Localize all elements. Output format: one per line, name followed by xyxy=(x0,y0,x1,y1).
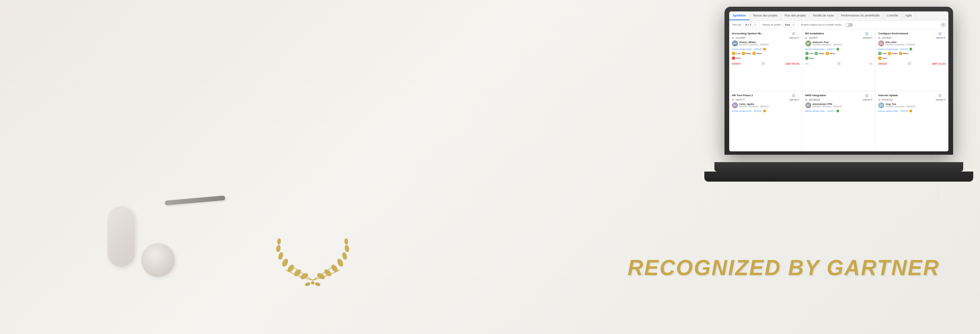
user-last-login-0: Dernière connexion : 25/04/18 xyxy=(739,43,768,46)
project-chat-icon-0[interactable]: 💬 xyxy=(792,32,796,35)
project-title-1: BO Installation xyxy=(805,32,865,35)
tab-controle[interactable]: Contrôle xyxy=(883,11,902,20)
project-more-icon-5[interactable]: ⋮ xyxy=(943,94,946,97)
no-report-label: Projets n'ayant aucun compte-rendu: xyxy=(801,23,842,26)
project-card-4[interactable]: HRIS Integration 💬 ⋮ Id : JB2GBUEA Inter… xyxy=(802,91,875,151)
user-info-4: Administrator PPM Dernière connexion : 0… xyxy=(813,103,842,108)
svg-point-11 xyxy=(342,252,347,260)
kpi-perim-label-1: Périm... xyxy=(830,52,837,54)
search-icon[interactable] xyxy=(941,22,946,27)
tab-flux-projets[interactable]: Flux des projets xyxy=(781,11,810,20)
user-avatar-1: AP xyxy=(805,40,811,46)
project-id-label-4: Id : JB2GBUEA xyxy=(805,99,820,101)
kpi-tend-icon-2: → xyxy=(878,57,881,60)
kpi-perim-icon-2: P xyxy=(899,52,902,55)
project-more-icon-4[interactable]: ⋮ xyxy=(870,94,872,97)
svg-point-9 xyxy=(330,264,339,273)
project-more-icon-1[interactable]: ⋮ xyxy=(870,32,872,35)
nature-label: Nature du projet : xyxy=(762,23,782,26)
project-chat-icon-2[interactable]: 💬 xyxy=(938,32,942,35)
toolbar-divider-1 xyxy=(759,22,760,27)
kpi-tend-1: → Tend... xyxy=(805,57,815,60)
project-chat-icon-5[interactable]: 💬 xyxy=(938,94,942,97)
report-date-1: 04/12/17 xyxy=(827,48,835,50)
project-chat-icon-3[interactable]: 💬 xyxy=(792,94,796,97)
kpi-cost-1: C Coût xyxy=(805,52,814,55)
project-cat-0: Internal IT xyxy=(789,37,799,39)
project-empty-kpis-3 xyxy=(732,114,799,124)
user-last-login-3: Dernière connexion : 06/04/18 xyxy=(739,105,768,108)
project-kpis2-0: ↓ Tend... xyxy=(732,57,799,60)
user-info-5: Gray, Tina Dernière connexion : 04/04/18 xyxy=(886,103,915,108)
project-user-1: AP Anderson, Paul Dernière connexion : 0… xyxy=(805,40,873,46)
nature-select[interactable]: Tous xyxy=(783,22,795,27)
report-label-3: Dernier compte-rendu : xyxy=(732,110,753,112)
no-report-toggle[interactable] xyxy=(845,23,853,27)
decorative-sphere xyxy=(141,243,175,277)
laurel-wreath xyxy=(256,219,370,301)
project-user-3: CA Carter, Agatha Dernière connexion : 0… xyxy=(732,102,799,108)
user-last-login-4: Dernière connexion : 03/02/18 xyxy=(813,105,842,108)
tab-agile[interactable]: Agile xyxy=(902,11,915,20)
svg-point-17 xyxy=(942,24,944,25)
tab-performances[interactable]: Performances du portefeuille xyxy=(837,11,883,20)
user-name-2: Ellis, Aline xyxy=(886,41,915,43)
kpi-cost-2: C Coût xyxy=(878,52,886,55)
user-info-2: Ellis, Aline Dernière connexion : 27/04/… xyxy=(886,41,915,46)
project-card-1[interactable]: BO Installation 💬 ⋮ Id : 1A34FF4 Interna… xyxy=(802,29,875,91)
kpi-delays-icon-0: D xyxy=(741,52,745,55)
kpi-delays-icon-2: D xyxy=(888,52,891,55)
project-kpis-1: C Coût D Délais P Périm... xyxy=(805,52,873,55)
kpi-cost-icon-2: C xyxy=(878,52,881,55)
sort-group: Trier par : A > Z xyxy=(732,22,757,27)
project-card-3[interactable]: HR Tool Phase 2 💬 ⋮ Id : 1A37C7T Interna… xyxy=(729,91,802,151)
footer-date-0: 01/05/19 xyxy=(732,62,740,65)
svg-point-1 xyxy=(293,269,302,277)
svg-line-18 xyxy=(944,25,944,26)
project-more-icon-2[interactable]: ⋮ xyxy=(943,32,946,35)
kpi-perim-label-0: Périm... xyxy=(756,52,764,54)
report-label-1: Dernier compte-rendu : xyxy=(805,48,826,50)
report-label-2: Dernier compte-rendu : xyxy=(878,48,899,50)
project-card-0[interactable]: Accounting System Mi... 💬 ⋮ Id : 1A12SNR… xyxy=(729,29,802,91)
tab-revue-projets[interactable]: Revue des projets xyxy=(750,11,781,20)
svg-point-3 xyxy=(282,258,289,267)
nature-select-wrapper[interactable]: Tous xyxy=(783,22,795,27)
project-more-icon-3[interactable]: ⋮ xyxy=(797,94,799,97)
project-header-5: Internet Update 💬 ⋮ xyxy=(878,94,946,97)
project-header-icons-0: 💬 ⋮ xyxy=(792,32,799,35)
footer-icon-2: 📋 xyxy=(907,62,912,65)
svg-point-16 xyxy=(311,281,314,285)
laptop-screen: Synthèse Revue des projets Flux des proj… xyxy=(729,11,948,151)
project-more-icon-0[interactable]: ⋮ xyxy=(797,32,799,35)
svg-point-14 xyxy=(305,282,311,287)
project-header-icons-3: 💬 ⋮ xyxy=(792,94,799,97)
project-card-5[interactable]: Internet Update 💬 ⋮ Id : iPNZAXTQ Intern… xyxy=(875,91,948,151)
kpi-delays-label-2: Délais xyxy=(892,52,897,54)
project-report-4: Dernier compte-rendu : 15/12/17 xyxy=(805,110,873,112)
footer-budget-0: ($281 618,45) xyxy=(786,62,799,65)
sort-select-wrapper[interactable]: A > Z xyxy=(744,22,757,27)
footer-icon-0: 📋 xyxy=(761,62,765,65)
project-card-2[interactable]: Configure Environment 💬 ⋮ Id : 1A37RA3 I… xyxy=(875,29,948,91)
kpi-perim-icon-1: P xyxy=(826,52,829,55)
tab-synthese[interactable]: Synthèse xyxy=(729,11,750,20)
svg-point-2 xyxy=(286,264,295,273)
report-status-dot-2 xyxy=(909,48,912,51)
kpi-tend-icon-1: → xyxy=(805,57,808,60)
sort-select[interactable]: A > Z xyxy=(744,22,757,27)
project-cat-1: Internal IT xyxy=(863,37,872,39)
project-cat-5: Internal IT xyxy=(936,99,946,101)
project-id-label-1: Id : 1A34FF4 xyxy=(805,37,818,39)
kpi-delays-2: D Délais xyxy=(888,52,897,55)
footer-icon-1: 📋 xyxy=(837,62,841,65)
report-date-5: 04/12/17 xyxy=(900,110,908,112)
project-title-3: HR Tool Phase 2 xyxy=(732,94,792,97)
user-name-4: Administrator PPM xyxy=(813,103,842,105)
report-status-dot-5 xyxy=(909,110,912,112)
svg-point-15 xyxy=(315,282,321,287)
tab-feuille-route[interactable]: Feuille de route xyxy=(810,11,837,20)
user-last-login-1: Dernière connexion : 06/04/18 xyxy=(813,43,842,46)
project-chat-icon-4[interactable]: 💬 xyxy=(865,94,869,97)
project-chat-icon-1[interactable]: 💬 xyxy=(865,32,869,35)
